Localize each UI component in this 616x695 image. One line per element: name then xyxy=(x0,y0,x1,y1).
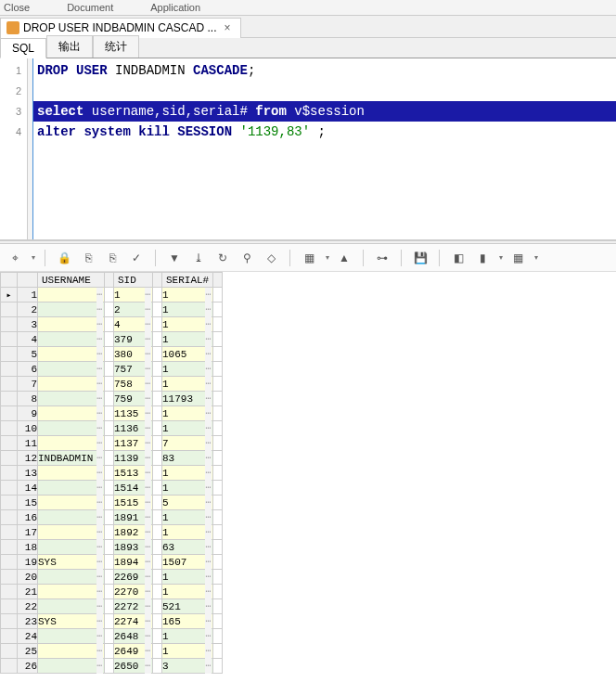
table-row[interactable]: 23SYS⋯2274⋯165⋯ xyxy=(1,614,223,629)
view-tab-输出[interactable]: 输出 xyxy=(46,35,93,58)
row-indicator[interactable] xyxy=(1,392,18,406)
cell-sid[interactable]: 2274⋯ xyxy=(114,614,153,629)
grid-options-icon[interactable]: ▦ xyxy=(508,249,527,267)
table-row[interactable]: 3⋯4⋯1⋯ xyxy=(1,317,223,332)
cell-serial[interactable]: 1⋯ xyxy=(162,629,213,644)
cell-sid[interactable]: 4⋯ xyxy=(114,317,153,332)
column-resize[interactable] xyxy=(105,273,114,288)
cell-serial[interactable]: 63⋯ xyxy=(162,540,213,555)
fetch-in-icon[interactable]: ⎘ xyxy=(103,249,122,267)
code-line[interactable]: alter system kill SESSION '1139,83' ; xyxy=(33,122,616,142)
cell-sid[interactable]: 1136⋯ xyxy=(114,421,153,436)
fetch-page-down-icon[interactable]: ▼ xyxy=(165,249,184,267)
cell-sid[interactable]: 379⋯ xyxy=(114,332,153,347)
row-indicator[interactable] xyxy=(1,525,18,540)
cell-username[interactable]: INDBADMIN⋯ xyxy=(38,451,105,466)
cell-sid[interactable]: 1892⋯ xyxy=(114,525,153,540)
table-row[interactable]: 19SYS⋯1894⋯1507⋯ xyxy=(1,555,223,570)
table-row[interactable]: 26⋯2650⋯3⋯ xyxy=(1,659,223,674)
cell-username[interactable]: ⋯ xyxy=(38,302,105,317)
table-row[interactable]: 8⋯759⋯11793⋯ xyxy=(1,392,223,406)
cell-username[interactable]: ⋯ xyxy=(38,510,105,525)
lock-icon[interactable]: 🔒 xyxy=(55,249,73,267)
chart-icon[interactable]: ▮ xyxy=(473,249,492,267)
cell-sid[interactable]: 1515⋯ xyxy=(114,496,153,510)
column-resize[interactable] xyxy=(213,273,223,288)
cell-sid[interactable]: 1894⋯ xyxy=(114,555,153,570)
table-row[interactable]: 5⋯380⋯1065⋯ xyxy=(1,347,223,362)
cell-sid[interactable]: 1513⋯ xyxy=(114,466,153,481)
save-icon[interactable]: 💾 xyxy=(411,249,430,267)
column-icon[interactable]: ◧ xyxy=(449,249,468,267)
cell-sid[interactable]: 1139⋯ xyxy=(114,451,153,466)
cell-sid[interactable]: 1135⋯ xyxy=(114,406,153,421)
table-row[interactable]: 25⋯2649⋯1⋯ xyxy=(1,644,223,659)
single-record-icon[interactable]: ▦ xyxy=(300,249,318,267)
cell-username[interactable]: ⋯ xyxy=(38,317,105,332)
cell-serial[interactable]: 1⋯ xyxy=(162,585,213,599)
row-indicator[interactable] xyxy=(1,436,18,451)
code-line[interactable]: select username,sid,serial# from v$sessi… xyxy=(33,101,616,122)
cell-sid[interactable]: 2269⋯ xyxy=(114,570,153,585)
table-row[interactable]: 7⋯758⋯1⋯ xyxy=(1,377,223,392)
cell-sid[interactable]: 759⋯ xyxy=(114,392,153,406)
cell-sid[interactable]: 1⋯ xyxy=(114,288,153,302)
close-tab-button[interactable]: × xyxy=(220,21,234,34)
table-row[interactable]: 16⋯1891⋯1⋯ xyxy=(1,510,223,525)
cell-username[interactable]: ⋯ xyxy=(38,585,105,599)
dropdown-icon[interactable]: ▾ xyxy=(32,253,35,262)
table-row[interactable]: 22⋯2272⋯521⋯ xyxy=(1,599,223,614)
column-header[interactable]: USERNAME xyxy=(38,273,105,288)
cell-serial[interactable]: 1⋯ xyxy=(162,406,213,421)
menu-application[interactable]: Application xyxy=(150,2,200,13)
cell-username[interactable]: ⋯ xyxy=(38,496,105,510)
cell-serial[interactable]: 1⋯ xyxy=(162,302,213,317)
column-header[interactable]: SID xyxy=(114,273,153,288)
row-indicator[interactable] xyxy=(1,362,18,377)
cell-username[interactable]: ⋯ xyxy=(38,540,105,555)
clear-icon[interactable]: ◇ xyxy=(262,249,280,267)
cell-sid[interactable]: 757⋯ xyxy=(114,362,153,377)
cell-username[interactable]: ⋯ xyxy=(38,466,105,481)
row-indicator[interactable] xyxy=(1,585,18,599)
table-row[interactable]: 15⋯1515⋯5⋯ xyxy=(1,496,223,510)
cell-username[interactable]: ⋯ xyxy=(38,406,105,421)
cell-serial[interactable]: 3⋯ xyxy=(162,659,213,674)
table-row[interactable]: 24⋯2648⋯1⋯ xyxy=(1,629,223,644)
table-row[interactable]: 13⋯1513⋯1⋯ xyxy=(1,466,223,481)
column-header[interactable]: SERIAL# xyxy=(162,273,213,288)
row-indicator[interactable] xyxy=(1,555,18,570)
cell-username[interactable]: ⋯ xyxy=(38,288,105,302)
cell-username[interactable]: ⋯ xyxy=(38,377,105,392)
menu-close[interactable]: Close xyxy=(4,2,30,13)
cell-username[interactable]: ⋯ xyxy=(38,362,105,377)
row-indicator[interactable] xyxy=(1,481,18,496)
row-indicator[interactable] xyxy=(1,302,18,317)
dropdown-icon[interactable]: ▾ xyxy=(534,253,538,262)
cell-serial[interactable]: 521⋯ xyxy=(162,599,213,614)
cell-serial[interactable]: 1⋯ xyxy=(162,317,213,332)
row-indicator[interactable] xyxy=(1,629,18,644)
fetch-out-icon[interactable]: ⎘ xyxy=(79,249,97,267)
row-indicator[interactable] xyxy=(1,510,18,525)
cell-username[interactable]: ⋯ xyxy=(38,525,105,540)
cell-sid[interactable]: 758⋯ xyxy=(114,377,153,392)
cell-sid[interactable]: 2⋯ xyxy=(114,302,153,317)
cell-username[interactable]: SYS⋯ xyxy=(38,614,105,629)
cell-username[interactable]: ⋯ xyxy=(38,481,105,496)
cell-username[interactable]: ⋯ xyxy=(38,436,105,451)
table-row[interactable]: 4⋯379⋯1⋯ xyxy=(1,332,223,347)
linked-query-icon[interactable]: ⊶ xyxy=(373,249,391,267)
cell-sid[interactable]: 2272⋯ xyxy=(114,599,153,614)
commit-icon[interactable]: ✓ xyxy=(127,249,146,267)
up-icon[interactable]: ▲ xyxy=(335,249,353,267)
column-resize[interactable] xyxy=(153,273,162,288)
cell-sid[interactable]: 1893⋯ xyxy=(114,540,153,555)
cell-sid[interactable]: 2649⋯ xyxy=(114,644,153,659)
table-row[interactable]: 6⋯757⋯1⋯ xyxy=(1,362,223,377)
cell-serial[interactable]: 1⋯ xyxy=(162,332,213,347)
dropdown-icon[interactable]: ▾ xyxy=(326,253,329,262)
cell-username[interactable]: ⋯ xyxy=(38,599,105,614)
cell-sid[interactable]: 380⋯ xyxy=(114,347,153,362)
view-tab-统计[interactable]: 统计 xyxy=(93,35,139,58)
